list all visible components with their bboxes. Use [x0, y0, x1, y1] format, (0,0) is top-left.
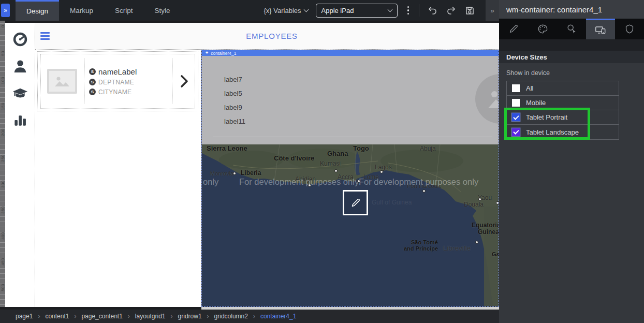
device-sizes-header: Device Sizes — [499, 51, 644, 63]
chevron-down-icon — [387, 7, 392, 12]
top-toolbar: » DesignMarkupScriptStyle {x} Variables … — [0, 0, 499, 21]
device-tab[interactable] — [586, 19, 615, 39]
tab-style[interactable]: Style — [144, 0, 181, 21]
list-widget[interactable]: S nameLabel S DEPTNAME S CITYNAME — [37, 51, 198, 111]
map-place-label: Monrovia — [210, 170, 233, 177]
map-city-marker — [422, 189, 426, 193]
container-label[interactable]: label7 — [224, 76, 245, 90]
list-item[interactable]: S nameLabel S DEPTNAME S CITYNAME — [40, 54, 195, 109]
panel-title: wm-container: container4_1 — [499, 0, 644, 19]
map-place-label: Sierra Leone — [207, 144, 247, 152]
picture-placeholder-icon — [475, 74, 499, 124]
selected-container[interactable]: + container4_1 label7label5label9label11 — [201, 50, 499, 307]
markup-tab[interactable] — [499, 19, 528, 39]
name-label[interactable]: nameLabel — [98, 67, 137, 76]
breadcrumb-item-container4_1[interactable]: container4_1 — [260, 313, 296, 320]
bind-icon: S — [89, 89, 96, 95]
device-preview-select[interactable]: Apple iPad — [316, 4, 398, 18]
device-option-label: Tablet Landscape — [526, 128, 579, 136]
map-place-label: Douala — [464, 201, 484, 208]
undo-icon[interactable] — [427, 5, 438, 16]
device-option-all[interactable]: All — [507, 81, 619, 96]
education-icon[interactable] — [12, 85, 28, 101]
map-watermark: For development purposes only — [359, 177, 478, 187]
map-place-label: Lagos — [375, 164, 392, 171]
device-option-tablet-landscape[interactable]: Tablet Landscape — [507, 125, 619, 139]
toolbar-right: {x} Variables Apple iPad — [264, 4, 475, 18]
security-tab[interactable] — [615, 19, 644, 39]
ruler-number: 400 — [1, 232, 5, 240]
breadcrumb-item-gridcolumn2[interactable]: gridcolumn2 — [214, 313, 248, 320]
tab-design[interactable]: Design — [16, 0, 59, 21]
bar-chart-icon[interactable] — [12, 112, 28, 128]
breadcrumb-item-gridrow1[interactable]: gridrow1 — [178, 313, 202, 320]
map-place-label: Togo — [353, 144, 369, 152]
hamburger-menu-icon[interactable] — [40, 32, 50, 40]
map-city-marker — [233, 172, 236, 175]
user-icon[interactable] — [12, 58, 28, 75]
tab-script[interactable]: Script — [104, 0, 144, 21]
dept-label[interactable]: DEPTNAME — [98, 79, 134, 86]
device-option-tablet-portrait[interactable]: Tablet Portrait — [507, 110, 619, 125]
map-widget[interactable]: Sierra LeoneCôte d'IvoireGhanaKumasiTogo… — [202, 144, 499, 307]
checkbox[interactable] — [512, 113, 520, 121]
collapse-left-icon[interactable]: » — [1, 4, 10, 17]
panel-strip — [499, 39, 644, 51]
more-options-icon[interactable] — [405, 5, 412, 16]
device-option-label: Tablet Portrait — [526, 113, 567, 121]
container-label[interactable]: label5 — [224, 90, 245, 104]
breadcrumb-separator: › — [38, 313, 40, 320]
container-label[interactable]: label9 — [224, 104, 245, 118]
device-select-value: Apple iPad — [321, 7, 354, 14]
ruler-number: 200 — [1, 128, 5, 136]
expand-panel-icon[interactable]: » — [486, 0, 499, 21]
breadcrumb-item-page_content1[interactable]: page_content1 — [81, 313, 122, 320]
page-title: EMPLOYEES — [50, 32, 494, 40]
breadcrumb-separator: › — [253, 313, 255, 320]
pointer-search-icon — [566, 23, 577, 35]
map-watermark: only — [203, 177, 218, 187]
device-option-mobile[interactable]: Mobile — [507, 96, 619, 110]
list-item-fields: S nameLabel S DEPTNAME S CITYNAME — [84, 58, 173, 104]
chevron-down-icon — [303, 7, 309, 12]
redo-icon[interactable] — [446, 5, 457, 16]
move-icon: + — [206, 51, 208, 55]
ruler-number: 250 — [1, 154, 5, 162]
pencil-icon — [508, 23, 519, 35]
checkbox[interactable] — [512, 128, 520, 136]
map-city-marker — [478, 198, 481, 201]
variables-button[interactable]: {x} Variables — [264, 7, 308, 14]
container-labels: label7label5label9label11 — [224, 76, 245, 131]
dashboard-icon[interactable] — [12, 31, 28, 48]
tab-markup[interactable]: Markup — [59, 0, 104, 21]
divider — [213, 137, 492, 137]
city-label[interactable]: CITYNAME — [98, 89, 131, 96]
breadcrumb-item-layoutgrid1[interactable]: layoutgrid1 — [135, 313, 166, 320]
variables-label: {x} Variables — [264, 7, 301, 14]
ruler-number: 0 — [1, 25, 5, 27]
panel-body: Show in device AllMobileTablet PortraitT… — [499, 63, 644, 140]
ruler-number: 150 — [1, 102, 5, 110]
list-widget-panel: S nameLabel S DEPTNAME S CITYNAME — [35, 50, 201, 307]
toolbar-tabs: DesignMarkupScriptStyle — [16, 0, 181, 21]
breadcrumb-item-content1[interactable]: content1 — [45, 313, 69, 320]
breadcrumb-item-page1[interactable]: page1 — [16, 313, 33, 320]
map-place-label: Libreville — [443, 244, 471, 252]
checkbox[interactable] — [512, 84, 520, 92]
properties-panel: wm-container: container4_1 — [499, 0, 644, 323]
map-place-label: Kumasi — [320, 160, 341, 167]
ruler-number: 500 — [1, 284, 5, 291]
save-icon[interactable] — [464, 5, 475, 16]
styles-tab[interactable] — [528, 19, 557, 39]
breadcrumb-separator: › — [74, 313, 76, 320]
selection-tag[interactable]: + container4_1 — [202, 50, 499, 56]
checkbox[interactable] — [512, 99, 520, 107]
events-tab[interactable] — [557, 19, 586, 39]
container-body[interactable]: label7label5label9label11 — [202, 56, 499, 144]
container-label[interactable]: label11 — [224, 118, 245, 131]
device-size-list: AllMobileTablet PortraitTablet Landscape — [506, 81, 619, 140]
map-place-label: Abuja — [420, 145, 436, 152]
design-canvas: 050100150200250300350400450500550 EMPLOY… — [0, 21, 499, 310]
edit-button[interactable] — [343, 190, 368, 215]
toolbar-divider — [419, 4, 419, 17]
